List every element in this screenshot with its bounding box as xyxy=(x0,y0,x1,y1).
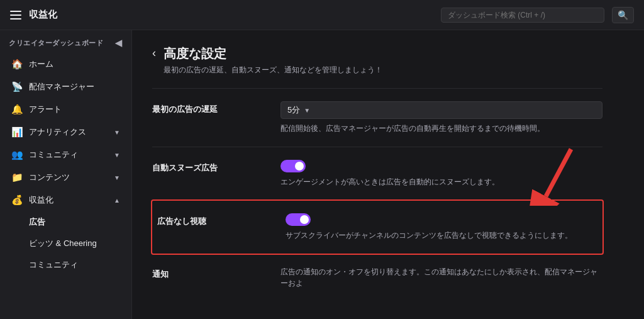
chart-icon: 📊 xyxy=(11,126,23,138)
bell-icon: 🔔 xyxy=(11,104,23,115)
sidebar-item-content[interactable]: 📁 コンテンツ ▼ xyxy=(3,167,129,188)
notification-control: 広告の通知のオン・オフを切り替えます。この通知はあなたにしか表示され、配信マネー… xyxy=(280,266,602,289)
ad-free-section-wrapper: 広告なし視聴 サブスクライバーがチャンネルのコンテンツを広告なしで視聴できるよう… xyxy=(152,199,602,255)
main-content: ‹ 高度な設定 最初の広告の遅延、自動スヌーズ、通知などを管理しましょう！ 最初… xyxy=(132,30,644,319)
back-button[interactable]: ‹ xyxy=(152,47,156,60)
chevron-up-icon: ▲ xyxy=(114,197,120,204)
topbar: 収益化 🔍 xyxy=(0,0,644,30)
home-icon: 🏠 xyxy=(11,59,23,70)
auto-snooze-label: 自動スヌーズ広告 xyxy=(152,160,265,174)
menu-icon[interactable] xyxy=(10,11,21,20)
content-icon: 📁 xyxy=(11,172,23,183)
setting-first-ad-delay: 最初の広告の遅延 5分 ▼ 配信開始後、広告マネージャーが広告の自動再生を開始す… xyxy=(152,89,602,147)
notification-desc: 広告の通知のオン・オフを切り替えます。この通知はあなたにしか表示され、配信マネー… xyxy=(280,266,602,289)
sidebar-item-analytics[interactable]: 📊 アナリティクス ▼ xyxy=(3,121,129,143)
panel-subtitle: 最初の広告の遅延、自動スヌーズ、通知などを管理しましょう！ xyxy=(164,65,382,76)
chevron-down-icon: ▼ xyxy=(114,152,120,159)
toggle-knob xyxy=(295,162,304,171)
main-layout: クリエイターダッシュボード ◀ 🏠 ホーム 📡 配信マネージャー 🔔 アラート … xyxy=(0,30,644,319)
ad-free-toggle[interactable] xyxy=(286,213,311,226)
monetization-icon: 💰 xyxy=(11,194,23,206)
ad-free-control: サブスクライバーがチャンネルのコンテンツを広告なしで視聴できるようにします。 xyxy=(286,213,597,241)
sidebar-item-alerts[interactable]: 🔔 アラート xyxy=(3,99,129,120)
search-button[interactable]: 🔍 xyxy=(612,7,634,23)
chevron-down-icon: ▼ xyxy=(114,129,120,136)
panel-title: 高度な設定 xyxy=(164,45,382,62)
first-ad-delay-label: 最初の広告の遅延 xyxy=(152,101,265,115)
ad-free-label: 広告なし視聴 xyxy=(157,213,270,227)
first-ad-delay-desc: 配信開始後、広告マネージャーが広告の自動再生を開始するまでの待機時間。 xyxy=(280,123,602,134)
sidebar-sub-item-community[interactable]: コミュニティ xyxy=(3,255,129,275)
topbar-title: 収益化 xyxy=(29,9,57,21)
sidebar-item-community[interactable]: 👥 コミュニティ ▼ xyxy=(3,144,129,165)
sidebar-sub-item-bits[interactable]: ビッツ & Cheering xyxy=(3,233,129,254)
auto-snooze-desc: エンゲージメントが高いときは広告を自動的にスヌーズします。 xyxy=(280,176,602,187)
sidebar-sub-item-ads[interactable]: 広告 xyxy=(3,212,129,232)
sidebar-header: クリエイターダッシュボード ◀ xyxy=(0,30,131,53)
search-input[interactable] xyxy=(448,11,597,20)
settings-panel: ‹ 高度な設定 最初の広告の遅延、自動スヌーズ、通知などを管理しましょう！ 最初… xyxy=(132,30,623,319)
highlight-box: 広告なし視聴 サブスクライバーがチャンネルのコンテンツを広告なしで視聴できるよう… xyxy=(151,199,604,255)
first-ad-delay-control: 5分 ▼ 配信開始後、広告マネージャーが広告の自動再生を開始するまでの待機時間。 xyxy=(280,101,602,134)
setting-ad-free-viewing: 広告なし視聴 サブスクライバーがチャンネルのコンテンツを広告なしで視聴できるよう… xyxy=(152,202,602,252)
sidebar-item-home[interactable]: 🏠 ホーム xyxy=(3,53,129,75)
sidebar-collapse-icon[interactable]: ◀ xyxy=(115,38,123,48)
search-bar[interactable] xyxy=(441,8,604,23)
chevron-down-icon: ▼ xyxy=(304,107,310,114)
setting-notification: 通知 広告の通知のオン・オフを切り替えます。この通知はあなたにしか表示され、配信… xyxy=(152,254,602,301)
delay-select[interactable]: 5分 ▼ xyxy=(280,101,602,119)
panel-title-block: 高度な設定 最初の広告の遅延、自動スヌーズ、通知などを管理しましょう！ xyxy=(164,45,382,76)
notification-label: 通知 xyxy=(152,266,265,280)
panel-header: ‹ 高度な設定 最初の広告の遅延、自動スヌーズ、通知などを管理しましょう！ xyxy=(152,30,602,89)
toggle-knob xyxy=(300,215,309,224)
chevron-down-icon: ▼ xyxy=(114,174,120,181)
sidebar-item-monetization[interactable]: 💰 収益化 ▲ xyxy=(3,189,129,211)
sidebar: クリエイターダッシュボード ◀ 🏠 ホーム 📡 配信マネージャー 🔔 アラート … xyxy=(0,30,132,319)
setting-auto-snooze: 自動スヌーズ広告 エンゲージメントが高いときは広告を自動的にスヌーズします。 xyxy=(152,147,602,201)
ad-free-desc: サブスクライバーがチャンネルのコンテンツを広告なしで視聴できるようにします。 xyxy=(286,230,597,241)
auto-snooze-toggle[interactable] xyxy=(280,160,306,172)
sidebar-item-broadcast[interactable]: 📡 配信マネージャー xyxy=(3,76,129,98)
broadcast-icon: 📡 xyxy=(11,81,23,92)
auto-snooze-control: エンゲージメントが高いときは広告を自動的にスヌーズします。 xyxy=(280,160,602,187)
community-icon: 👥 xyxy=(11,149,23,160)
